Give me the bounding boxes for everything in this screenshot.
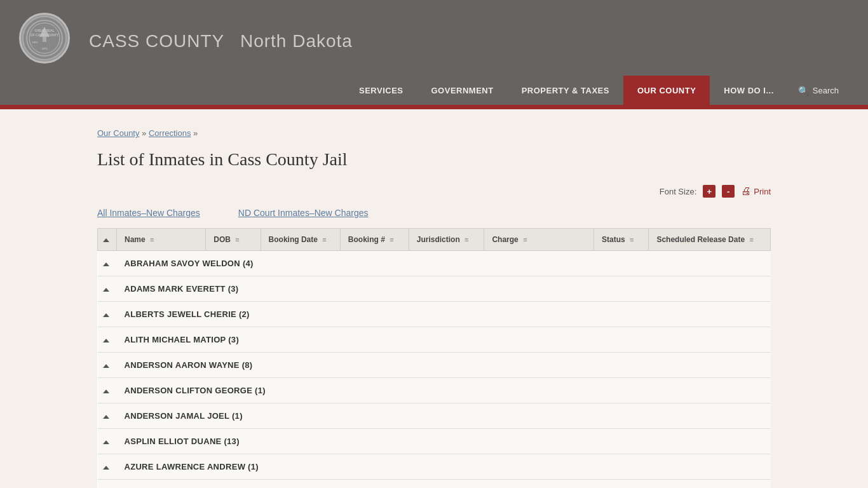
- printer-icon: 🖨: [741, 186, 751, 197]
- filter-all-inmates[interactable]: All Inmates–New Charges: [97, 208, 200, 218]
- inmate-name: ALBERTS JEWELL CHERIE (2): [117, 302, 771, 327]
- inmate-name: ANDERSON JAMAL JOEL (1): [117, 403, 771, 429]
- logo-area: GREAT SEAL OF CASS COUNTY 1873 1851 CASS…: [19, 13, 353, 64]
- inmate-name: ABRAHAM SAVOY WELDON (4): [117, 251, 771, 276]
- row-expand-icon[interactable]: [98, 276, 117, 302]
- sort-booking-date-icon[interactable]: ≡: [322, 236, 326, 243]
- search-label: Search: [813, 86, 839, 95]
- breadcrumb-corrections[interactable]: Corrections: [149, 128, 191, 138]
- svg-text:1851: 1851: [32, 41, 39, 44]
- main-nav: SERVICES GOVERNMENT PROPERTY & TAXES OUR…: [0, 76, 868, 107]
- sort-charge-icon[interactable]: ≡: [523, 236, 527, 243]
- table-row[interactable]: ALITH MICHAEL MATIOP (3): [98, 327, 771, 353]
- sort-jurisdiction-icon[interactable]: ≡: [465, 236, 468, 243]
- table-row[interactable]: ALBERTS JEWELL CHERIE (2): [98, 302, 771, 327]
- chevron-up-icon: [103, 440, 109, 444]
- row-expand-icon[interactable]: [98, 302, 117, 327]
- table-row[interactable]: ABRAHAM SAVOY WELDON (4): [98, 251, 771, 276]
- row-expand-icon[interactable]: [98, 429, 117, 454]
- breadcrumb-sep1: »: [142, 128, 149, 138]
- county-name: CASS COUNTY North Dakota: [81, 25, 353, 51]
- font-size-label: Font Size:: [660, 187, 697, 196]
- col-expand: [98, 229, 117, 251]
- county-seal: GREAT SEAL OF CASS COUNTY 1873 1851: [19, 13, 70, 64]
- breadcrumb-sep2: »: [193, 128, 198, 138]
- sort-dob-icon[interactable]: ≡: [235, 236, 239, 243]
- font-increase-button[interactable]: +: [703, 185, 715, 198]
- svg-text:1873: 1873: [42, 47, 48, 50]
- expand-all-icon: [103, 238, 109, 242]
- chevron-up-icon: [103, 390, 109, 393]
- breadcrumb-our-county[interactable]: Our County: [97, 128, 139, 138]
- chevron-up-icon: [103, 364, 109, 368]
- site-header: GREAT SEAL OF CASS COUNTY 1873 1851 CASS…: [0, 0, 868, 76]
- table-row[interactable]: AZURE LAWRENCE ANDREW (1): [98, 454, 771, 480]
- toolbar: Font Size: + - 🖨 Print: [97, 185, 771, 198]
- page-title: List of Inmates in Cass County Jail: [97, 149, 771, 170]
- row-expand-icon[interactable]: [98, 480, 117, 489]
- font-decrease-button[interactable]: -: [722, 185, 735, 198]
- sort-name-icon[interactable]: ≡: [150, 236, 154, 243]
- seal-inner: GREAT SEAL OF CASS COUNTY 1873 1851: [22, 16, 67, 60]
- inmate-name: ANDERSON AARON WAYNE (8): [117, 353, 771, 378]
- chevron-up-icon: [103, 466, 109, 470]
- inmate-name: ALITH MICHAEL MATIOP (3): [117, 327, 771, 353]
- table-header-row: Name ≡ DOB ≡ Booking Date ≡ Booking # ≡ …: [98, 229, 771, 251]
- row-expand-icon[interactable]: [98, 327, 117, 353]
- col-dob: DOB ≡: [206, 229, 261, 251]
- nav-services[interactable]: SERVICES: [345, 76, 417, 106]
- filter-links: All Inmates–New Charges ND Court Inmates…: [97, 208, 771, 218]
- table-row[interactable]: ANDERSON JAMAL JOEL (1): [98, 403, 771, 429]
- chevron-up-icon: [103, 313, 109, 317]
- col-jurisdiction: Jurisdiction ≡: [409, 229, 484, 251]
- breadcrumb: Our County » Corrections »: [97, 128, 771, 138]
- table-row[interactable]: ANDERSON AARON WAYNE (8): [98, 353, 771, 378]
- row-expand-icon[interactable]: [98, 251, 117, 276]
- table-row[interactable]: BAMBICO DONALD SILVER (2): [98, 480, 771, 489]
- sort-status-icon[interactable]: ≡: [630, 236, 634, 243]
- inmate-name: ASPLIN ELLIOT DUANE (13): [117, 429, 771, 454]
- county-title: CASS COUNTY North Dakota: [81, 25, 353, 51]
- sort-booking-num-icon[interactable]: ≡: [390, 236, 393, 243]
- col-booking-date: Booking Date ≡: [261, 229, 340, 251]
- row-expand-icon[interactable]: [98, 454, 117, 480]
- inmate-name: ADAMS MARK EVERETT (3): [117, 276, 771, 302]
- nav-government[interactable]: GOVERNMENT: [417, 76, 508, 106]
- nav-property-taxes[interactable]: PROPERTY & TAXES: [508, 76, 623, 106]
- nav-our-county[interactable]: OUR COUNTY: [623, 76, 710, 106]
- inmate-name: AZURE LAWRENCE ANDREW (1): [117, 454, 771, 480]
- col-name: Name ≡: [117, 229, 206, 251]
- col-release: Scheduled Release Date ≡: [649, 229, 771, 251]
- inmate-name: ANDERSON CLIFTON GEORGE (1): [117, 378, 771, 403]
- col-status: Status ≡: [594, 229, 649, 251]
- chevron-up-icon: [103, 262, 109, 266]
- row-expand-icon[interactable]: [98, 403, 117, 429]
- inmate-table: Name ≡ DOB ≡ Booking Date ≡ Booking # ≡ …: [97, 228, 771, 488]
- row-expand-icon[interactable]: [98, 378, 117, 403]
- search-icon: 🔍: [798, 86, 809, 96]
- print-label: Print: [754, 187, 771, 196]
- print-button[interactable]: 🖨 Print: [741, 186, 771, 197]
- table-row[interactable]: ANDERSON CLIFTON GEORGE (1): [98, 378, 771, 403]
- nav-search[interactable]: 🔍 Search: [788, 86, 849, 96]
- main-content: Our County » Corrections » List of Inmat…: [85, 109, 783, 488]
- chevron-up-icon: [103, 288, 109, 292]
- col-charge: Charge ≡: [484, 229, 594, 251]
- sort-release-icon[interactable]: ≡: [749, 236, 753, 243]
- inmate-name: BAMBICO DONALD SILVER (2): [117, 480, 771, 489]
- nav-how-do-i[interactable]: HOW DO I...: [710, 76, 787, 106]
- row-expand-icon[interactable]: [98, 353, 117, 378]
- col-booking-num: Booking # ≡: [340, 229, 409, 251]
- svg-rect-5: [43, 37, 46, 42]
- table-row[interactable]: ADAMS MARK EVERETT (3): [98, 276, 771, 302]
- filter-nd-court[interactable]: ND Court Inmates–New Charges: [238, 208, 369, 218]
- chevron-up-icon: [103, 415, 109, 419]
- table-row[interactable]: ASPLIN ELLIOT DUANE (13): [98, 429, 771, 454]
- chevron-up-icon: [103, 339, 109, 342]
